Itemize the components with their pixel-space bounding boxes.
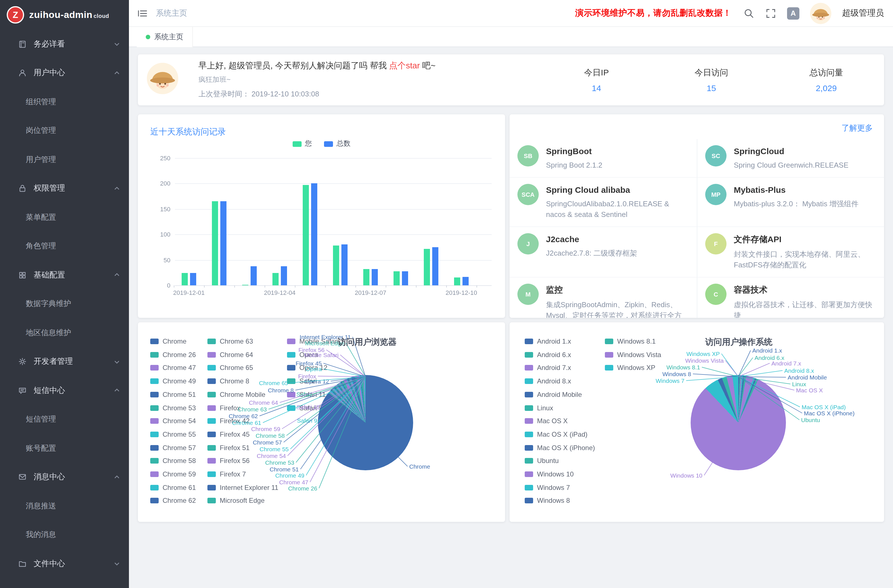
legend-item[interactable]: Safari 11: [287, 391, 326, 398]
tab-home[interactable]: 系统主页: [137, 27, 193, 47]
sidebar-subitem[interactable]: 用户管理: [0, 145, 129, 174]
sidebar-subitem[interactable]: 短信管理: [0, 405, 129, 434]
legend-item[interactable]: Chrome 64: [207, 351, 253, 358]
legend-item[interactable]: Mobile Safari: [287, 338, 338, 345]
sidebar-item-7[interactable]: 文件中心: [0, 549, 129, 578]
sidebar-subitem[interactable]: 菜单配置: [0, 203, 129, 232]
legend-item[interactable]: Firefox 7: [207, 471, 246, 478]
legend-item[interactable]: Chrome: [150, 338, 186, 345]
sidebar-subitem[interactable]: 组织管理: [0, 87, 129, 116]
legend-item[interactable]: Opera: [287, 351, 318, 358]
legend-item[interactable]: Chrome 47: [150, 365, 196, 371]
legend-item[interactable]: Linux: [525, 405, 553, 411]
sidebar-item-2[interactable]: 权限管理: [0, 174, 129, 203]
sidebar-item-1[interactable]: 用户中心: [0, 59, 129, 87]
legend-item[interactable]: Windows 7: [525, 484, 570, 491]
legend-item[interactable]: Chrome 55: [150, 431, 196, 438]
legend-item[interactable]: Firefox 42: [207, 418, 250, 424]
pie-chart[interactable]: [318, 375, 413, 470]
legend-item[interactable]: Microsoft Edge: [207, 498, 265, 504]
legend-item[interactable]: Firefox 51: [207, 444, 250, 451]
legend-item[interactable]: Chrome 63: [207, 338, 253, 345]
bar-yours[interactable]: [272, 273, 279, 285]
bar-total[interactable]: [251, 266, 257, 285]
sidebar-subitem[interactable]: 地区信息维护: [0, 318, 129, 347]
sidebar-item-6[interactable]: 消息中心: [0, 463, 129, 492]
legend-item[interactable]: Opera 12: [287, 365, 328, 371]
bar-total[interactable]: [402, 271, 408, 285]
sidebar-item-4[interactable]: 开发者管理: [0, 347, 129, 376]
font-size-icon[interactable]: A: [787, 7, 799, 20]
sidebar-subitem[interactable]: 数据字典维护: [0, 290, 129, 318]
star-link[interactable]: 点个star: [389, 60, 420, 70]
legend-item[interactable]: Firefox 45: [207, 431, 250, 438]
bar-yours[interactable]: [424, 249, 430, 285]
legend-item[interactable]: Chrome 49: [150, 378, 196, 385]
bar-yours[interactable]: [363, 269, 370, 285]
legend-item[interactable]: Mac OS X (iPhone): [525, 444, 595, 451]
legend-item[interactable]: Chrome 65: [207, 365, 253, 371]
legend-item[interactable]: Android 7.x: [525, 365, 571, 371]
bar-total[interactable]: [220, 201, 227, 285]
legend-item[interactable]: Android 1.x: [525, 338, 571, 345]
learn-more-link[interactable]: 了解更多: [842, 123, 873, 134]
bar-chart[interactable]: 0501001502002502019-12-012019-12-042019-…: [175, 158, 492, 285]
sidebar-subitem[interactable]: 消息推送: [0, 492, 129, 520]
bar-total[interactable]: [463, 277, 469, 285]
legend-item[interactable]: Safari: [287, 378, 317, 385]
bar-total[interactable]: [311, 183, 317, 285]
legend-item[interactable]: Chrome 57: [150, 444, 196, 451]
bar-yours[interactable]: [333, 245, 339, 285]
username[interactable]: 超级管理员: [842, 8, 884, 18]
bar-yours[interactable]: [454, 278, 460, 285]
legend-item[interactable]: Windows Vista: [605, 351, 661, 358]
bar-total[interactable]: [190, 273, 196, 285]
bar-yours[interactable]: [182, 273, 188, 285]
legend-item[interactable]: Firefox: [207, 405, 240, 411]
sidebar-subitem[interactable]: 岗位管理: [0, 116, 129, 145]
pie-chart[interactable]: [691, 375, 786, 470]
legend-item[interactable]: Mac OS X (iPad): [525, 431, 588, 438]
legend-item[interactable]: Chrome 61: [150, 484, 196, 491]
legend-item[interactable]: Windows 8.1: [605, 338, 655, 345]
sidebar-item-0[interactable]: 务必详看: [0, 30, 129, 59]
legend-item[interactable]: Chrome Mobile: [207, 391, 265, 398]
sidebar-subitem[interactable]: 我的消息: [0, 520, 129, 549]
bar-yours[interactable]: [394, 271, 400, 285]
bar-total[interactable]: [432, 247, 438, 285]
legend-item[interactable]: Windows 8: [525, 498, 570, 504]
legend-item[interactable]: 总数: [324, 139, 351, 149]
bar-yours[interactable]: [303, 185, 309, 285]
sidebar-item-5[interactable]: 短信中心: [0, 376, 129, 405]
collapse-sidebar-icon[interactable]: [137, 8, 148, 19]
fullscreen-icon[interactable]: [765, 8, 776, 19]
legend-item[interactable]: Windows XP: [605, 365, 655, 371]
bar-total[interactable]: [372, 269, 378, 285]
user-avatar[interactable]: [810, 3, 831, 24]
legend-item[interactable]: Android 6.x: [525, 351, 571, 358]
legend-item[interactable]: Chrome 26: [150, 351, 196, 358]
legend-item[interactable]: Chrome 59: [150, 471, 196, 478]
bar-yours[interactable]: [242, 285, 248, 285]
sidebar-subitem[interactable]: 账号配置: [0, 434, 129, 463]
legend-item[interactable]: Chrome 53: [150, 405, 196, 411]
legend-item[interactable]: Safari 9: [287, 405, 323, 411]
legend-item[interactable]: Ubuntu: [525, 458, 559, 465]
legend-item[interactable]: 您: [293, 139, 312, 149]
bar-total[interactable]: [341, 245, 347, 285]
legend-item[interactable]: Windows 10: [525, 471, 574, 478]
legend-item[interactable]: Mac OS X: [525, 418, 568, 424]
sidebar-item-3[interactable]: 基础配置: [0, 261, 129, 290]
legend-item[interactable]: Android Mobile: [525, 391, 582, 398]
legend-item[interactable]: Chrome 54: [150, 418, 196, 424]
sidebar-subitem[interactable]: 角色管理: [0, 232, 129, 261]
legend-item[interactable]: Firefox 56: [207, 458, 250, 465]
search-icon[interactable]: [743, 8, 755, 19]
bar-yours[interactable]: [212, 201, 218, 285]
legend-item[interactable]: Chrome 62: [150, 498, 196, 504]
legend-item[interactable]: Chrome 8: [207, 378, 249, 385]
legend-item[interactable]: Chrome 51: [150, 391, 196, 398]
bar-total[interactable]: [281, 266, 287, 285]
legend-item[interactable]: Android 8.x: [525, 378, 571, 385]
legend-item[interactable]: Internet Explorer 11: [207, 484, 278, 491]
